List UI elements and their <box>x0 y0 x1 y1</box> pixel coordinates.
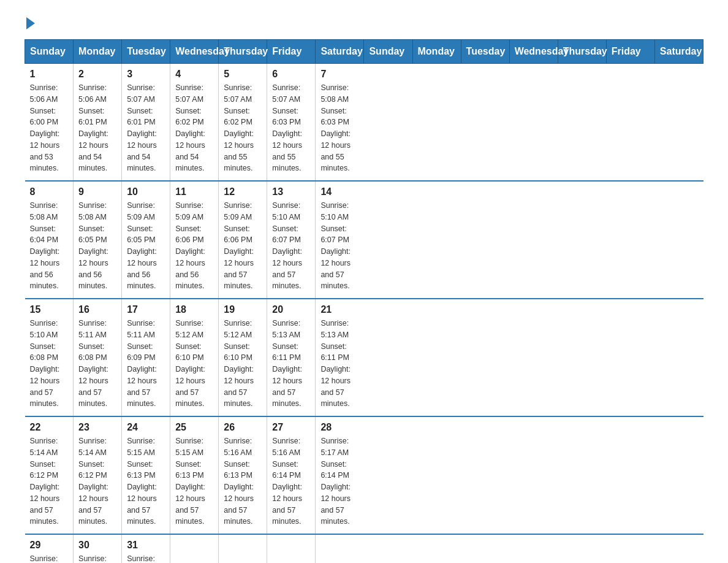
col-header-saturday: Saturday <box>654 40 703 64</box>
calendar-cell: 29 Sunrise: 5:17 AM Sunset: 6:15 PM Dayl… <box>25 534 74 563</box>
day-number: 4 <box>175 69 213 80</box>
day-info: Sunrise: 5:14 AM Sunset: 6:12 PM Dayligh… <box>78 435 116 527</box>
calendar-cell: 9 Sunrise: 5:08 AM Sunset: 6:05 PM Dayli… <box>74 181 122 299</box>
calendar-week-5: 29 Sunrise: 5:17 AM Sunset: 6:15 PM Dayl… <box>25 534 703 563</box>
calendar-cell: 5 Sunrise: 5:07 AM Sunset: 6:02 PM Dayli… <box>219 64 267 182</box>
calendar-cell: 31 Sunrise: 5:19 AM Sunset: 6:16 PM Dayl… <box>122 534 170 563</box>
calendar-week-4: 22 Sunrise: 5:14 AM Sunset: 6:12 PM Dayl… <box>25 416 703 534</box>
calendar-cell: 7 Sunrise: 5:08 AM Sunset: 6:03 PM Dayli… <box>316 64 364 182</box>
calendar-cell: 13 Sunrise: 5:10 AM Sunset: 6:07 PM Dayl… <box>267 181 316 299</box>
day-info: Sunrise: 5:17 AM Sunset: 6:14 PM Dayligh… <box>320 435 359 527</box>
day-info: Sunrise: 5:08 AM Sunset: 6:05 PM Dayligh… <box>78 200 116 292</box>
day-info: Sunrise: 5:09 AM Sunset: 6:06 PM Dayligh… <box>224 200 262 292</box>
day-info: Sunrise: 5:11 AM Sunset: 6:08 PM Dayligh… <box>78 318 116 410</box>
calendar-cell: 17 Sunrise: 5:11 AM Sunset: 6:09 PM Dayl… <box>122 299 170 416</box>
calendar-cell: 25 Sunrise: 5:15 AM Sunset: 6:13 PM Dayl… <box>170 416 219 534</box>
day-info: Sunrise: 5:10 AM Sunset: 6:07 PM Dayligh… <box>320 200 359 292</box>
calendar-cell: 16 Sunrise: 5:11 AM Sunset: 6:08 PM Dayl… <box>74 299 122 416</box>
day-number: 30 <box>78 540 116 551</box>
day-number: 10 <box>127 186 165 197</box>
day-info: Sunrise: 5:12 AM Sunset: 6:10 PM Dayligh… <box>224 318 262 410</box>
day-number: 23 <box>78 422 116 433</box>
calendar-cell: 15 Sunrise: 5:10 AM Sunset: 6:08 PM Dayl… <box>25 299 74 416</box>
day-number: 15 <box>30 304 69 315</box>
calendar-cell: 18 Sunrise: 5:12 AM Sunset: 6:10 PM Dayl… <box>170 299 219 416</box>
calendar-cell <box>219 534 267 563</box>
calendar-cell: 6 Sunrise: 5:07 AM Sunset: 6:03 PM Dayli… <box>267 64 316 182</box>
day-number: 19 <box>224 304 262 315</box>
day-info: Sunrise: 5:15 AM Sunset: 6:13 PM Dayligh… <box>175 435 213 527</box>
day-info: Sunrise: 5:16 AM Sunset: 6:13 PM Dayligh… <box>224 435 262 527</box>
calendar-cell: 24 Sunrise: 5:15 AM Sunset: 6:13 PM Dayl… <box>122 416 170 534</box>
day-number: 3 <box>127 69 165 80</box>
day-info: Sunrise: 5:07 AM Sunset: 6:01 PM Dayligh… <box>127 82 165 174</box>
day-info: Sunrise: 5:14 AM Sunset: 6:12 PM Dayligh… <box>30 435 69 527</box>
col-header-wednesday: Wednesday <box>509 40 558 64</box>
day-number: 9 <box>78 186 116 197</box>
calendar-cell: 14 Sunrise: 5:10 AM Sunset: 6:07 PM Dayl… <box>316 181 364 299</box>
calendar-cell: 26 Sunrise: 5:16 AM Sunset: 6:13 PM Dayl… <box>219 416 267 534</box>
page-header <box>25 18 703 27</box>
day-number: 31 <box>127 540 165 551</box>
calendar-cell: 11 Sunrise: 5:09 AM Sunset: 6:06 PM Dayl… <box>170 181 219 299</box>
day-info: Sunrise: 5:19 AM Sunset: 6:16 PM Dayligh… <box>127 553 165 563</box>
calendar-cell: 20 Sunrise: 5:13 AM Sunset: 6:11 PM Dayl… <box>267 299 316 416</box>
calendar-cell <box>267 534 316 563</box>
day-number: 21 <box>320 304 359 315</box>
col-header-wednesday: Wednesday <box>170 40 219 64</box>
day-info: Sunrise: 5:13 AM Sunset: 6:11 PM Dayligh… <box>320 318 359 410</box>
calendar-cell: 3 Sunrise: 5:07 AM Sunset: 6:01 PM Dayli… <box>122 64 170 182</box>
day-info: Sunrise: 5:06 AM Sunset: 6:01 PM Dayligh… <box>78 82 116 174</box>
calendar-cell: 2 Sunrise: 5:06 AM Sunset: 6:01 PM Dayli… <box>74 64 122 182</box>
day-number: 29 <box>30 540 69 551</box>
day-number: 11 <box>175 186 213 197</box>
day-number: 25 <box>175 422 213 433</box>
day-number: 18 <box>175 304 213 315</box>
col-header-tuesday: Tuesday <box>461 40 509 64</box>
calendar-cell: 1 Sunrise: 5:06 AM Sunset: 6:00 PM Dayli… <box>25 64 74 182</box>
logo-chevron-icon <box>26 17 35 29</box>
day-info: Sunrise: 5:09 AM Sunset: 6:05 PM Dayligh… <box>127 200 165 292</box>
calendar-cell: 19 Sunrise: 5:12 AM Sunset: 6:10 PM Dayl… <box>219 299 267 416</box>
day-number: 14 <box>320 186 359 197</box>
day-info: Sunrise: 5:08 AM Sunset: 6:04 PM Dayligh… <box>30 200 69 292</box>
day-number: 27 <box>272 422 310 433</box>
day-info: Sunrise: 5:15 AM Sunset: 6:13 PM Dayligh… <box>127 435 165 527</box>
day-number: 26 <box>224 422 262 433</box>
col-header-saturday: Saturday <box>316 40 364 64</box>
calendar-header-row: SundayMondayTuesdayWednesdayThursdayFrid… <box>25 40 703 64</box>
day-number: 12 <box>224 186 262 197</box>
day-number: 16 <box>78 304 116 315</box>
col-header-friday: Friday <box>267 40 316 64</box>
day-number: 13 <box>272 186 310 197</box>
calendar-cell: 10 Sunrise: 5:09 AM Sunset: 6:05 PM Dayl… <box>122 181 170 299</box>
col-header-sunday: Sunday <box>25 40 74 64</box>
calendar-cell: 28 Sunrise: 5:17 AM Sunset: 6:14 PM Dayl… <box>316 416 364 534</box>
calendar-table: SundayMondayTuesdayWednesdayThursdayFrid… <box>25 39 703 563</box>
day-info: Sunrise: 5:07 AM Sunset: 6:03 PM Dayligh… <box>272 82 310 174</box>
calendar-cell: 12 Sunrise: 5:09 AM Sunset: 6:06 PM Dayl… <box>219 181 267 299</box>
day-info: Sunrise: 5:16 AM Sunset: 6:14 PM Dayligh… <box>272 435 310 527</box>
col-header-thursday: Thursday <box>219 40 267 64</box>
day-number: 8 <box>30 186 69 197</box>
col-header-monday: Monday <box>412 40 461 64</box>
calendar-cell: 27 Sunrise: 5:16 AM Sunset: 6:14 PM Dayl… <box>267 416 316 534</box>
day-number: 6 <box>272 69 310 80</box>
col-header-thursday: Thursday <box>558 40 606 64</box>
col-header-sunday: Sunday <box>364 40 412 64</box>
calendar-cell: 30 Sunrise: 5:18 AM Sunset: 6:15 PM Dayl… <box>74 534 122 563</box>
day-info: Sunrise: 5:10 AM Sunset: 6:08 PM Dayligh… <box>30 318 69 410</box>
day-info: Sunrise: 5:18 AM Sunset: 6:15 PM Dayligh… <box>78 553 116 563</box>
day-info: Sunrise: 5:08 AM Sunset: 6:03 PM Dayligh… <box>320 82 359 174</box>
calendar-week-1: 1 Sunrise: 5:06 AM Sunset: 6:00 PM Dayli… <box>25 64 703 182</box>
day-number: 22 <box>30 422 69 433</box>
day-number: 24 <box>127 422 165 433</box>
calendar-cell <box>170 534 219 563</box>
logo <box>25 18 35 27</box>
day-info: Sunrise: 5:11 AM Sunset: 6:09 PM Dayligh… <box>127 318 165 410</box>
calendar-cell: 22 Sunrise: 5:14 AM Sunset: 6:12 PM Dayl… <box>25 416 74 534</box>
calendar-cell: 23 Sunrise: 5:14 AM Sunset: 6:12 PM Dayl… <box>74 416 122 534</box>
day-info: Sunrise: 5:07 AM Sunset: 6:02 PM Dayligh… <box>224 82 262 174</box>
calendar-cell: 8 Sunrise: 5:08 AM Sunset: 6:04 PM Dayli… <box>25 181 74 299</box>
day-number: 28 <box>320 422 359 433</box>
